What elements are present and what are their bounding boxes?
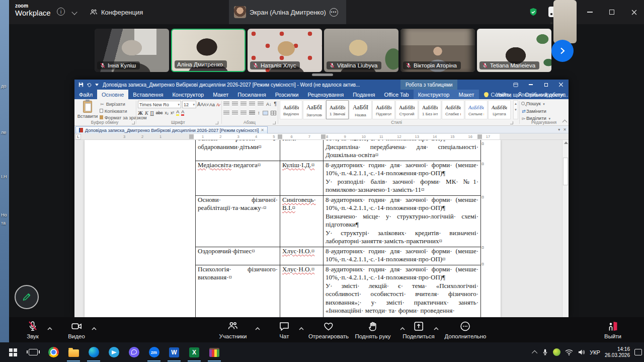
replace-button[interactable]: ⇄Замінити (521, 108, 550, 115)
ribbon-tab-Файл[interactable]: Файл (74, 90, 97, 99)
highlight-color-button[interactable]: А (176, 110, 179, 116)
taskbar-app-telegram[interactable] (106, 345, 122, 359)
ribbon-tab-Макет[interactable]: Макет (208, 90, 233, 99)
tray-expand-icon[interactable] (532, 350, 537, 355)
align-right-icon[interactable] (240, 111, 247, 115)
taskbar-app-winrar[interactable] (206, 345, 222, 359)
tab-conference[interactable]: Конференция (85, 0, 148, 24)
tab-more-icon[interactable]: ••• (330, 8, 338, 17)
borders-icon[interactable] (271, 111, 276, 115)
qat-dropdown-icon[interactable] (95, 84, 99, 86)
doc-tab-bar-controls[interactable]: ▾✕ (558, 127, 567, 132)
style-chip[interactable]: АаБбВвГ 1 Без інте... (419, 100, 441, 119)
audio-button[interactable]: Звук (24, 320, 42, 340)
video-options-caret[interactable] (88, 324, 100, 333)
annotate-button[interactable] (15, 285, 39, 309)
document-area[interactable]: основи· роботи· з· обдарованими·дітьми¤ … (74, 140, 569, 317)
bold-button[interactable]: Ж (138, 110, 143, 116)
tray-mic-icon[interactable] (542, 348, 548, 356)
style-chip[interactable]: АаБбВвІ Строгий (395, 100, 418, 119)
multilevel-list-icon[interactable] (240, 102, 247, 106)
decrease-indent-icon[interactable] (249, 102, 255, 106)
word-minimize-button[interactable] (523, 80, 538, 90)
change-case-icon[interactable]: Aa (209, 102, 214, 107)
taskbar-app-excel[interactable] (186, 345, 202, 359)
tab-selector[interactable]: L (75, 134, 81, 139)
info-icon[interactable]: i (57, 8, 65, 16)
taskbar-app-word[interactable] (166, 345, 182, 359)
taskbar-app-chrome[interactable] (45, 345, 61, 359)
participant-tile[interactable]: Інна Куліш (95, 29, 169, 72)
leave-button[interactable]: Выйти (601, 320, 624, 340)
wifi-icon[interactable] (565, 349, 573, 355)
word-maximize-button[interactable] (538, 80, 553, 90)
redo-icon[interactable] (87, 82, 92, 87)
taskbar-app-zoomapp[interactable] (146, 345, 162, 359)
taskbar-app-viber[interactable] (126, 345, 142, 359)
taskbar-app-edge[interactable] (86, 345, 102, 359)
ribbon-options-icon[interactable] (508, 80, 523, 90)
chevron-down-icon[interactable] (71, 9, 77, 15)
share-button[interactable]: Спільний доступ (517, 92, 566, 98)
participants-options-caret[interactable] (252, 324, 264, 333)
style-chip[interactable]: АаБбВвГ 1 Звичай... (326, 100, 349, 119)
minimize-button[interactable] (580, 0, 600, 24)
font-size-combo[interactable]: 12▾ (182, 101, 196, 108)
ribbon-tab-Рецензування[interactable]: Рецензування (303, 90, 348, 99)
clock[interactable]: 14:16 26.03.2026 (605, 346, 630, 358)
more-button[interactable]: Дополнительно (442, 320, 490, 340)
participant-tile[interactable]: Tetiana Marieieva (477, 29, 551, 72)
taskbar-app-start[interactable] (5, 345, 21, 359)
style-chip[interactable]: АаБбВ Заголово... (303, 100, 326, 119)
horizontal-ruler[interactable]: L 3211234567891011121314151617 (74, 133, 569, 140)
taskbar-app-explorer[interactable] (65, 345, 82, 359)
contextual-tab-Макет[interactable]: Макет (454, 90, 478, 99)
shrink-font-icon[interactable]: A˅ (203, 102, 208, 107)
style-chip[interactable]: АаБбВ Назва (349, 100, 372, 119)
participants-button[interactable]: Участники (216, 320, 250, 340)
raise-hand-button[interactable]: Поднять руку (352, 320, 393, 340)
style-chip[interactable]: АаБбВеГ Слабке в... (442, 100, 464, 119)
line-spacing-icon[interactable]: ↕ (258, 110, 260, 115)
ribbon-tab-Office Tab[interactable]: Office Tab (380, 90, 414, 99)
find-button[interactable]: Пошук ▾ (521, 100, 550, 108)
grow-font-icon[interactable]: A˄ (197, 102, 202, 107)
clipboard-dialog-launcher[interactable] (132, 121, 135, 124)
paragraph-dialog-launcher[interactable] (273, 121, 276, 124)
align-left-icon[interactable] (223, 111, 229, 115)
strip-drag-handle[interactable] (312, 74, 333, 76)
style-chip[interactable]: АаБбВеГ Цитата (488, 100, 511, 119)
next-participants-button[interactable] (551, 40, 574, 62)
font-color-button[interactable]: А (181, 110, 184, 116)
tab-screen-share[interactable]: Экран (Аліна Дмитренко) ••• (229, 0, 346, 24)
chat-button[interactable]: Чат (275, 320, 293, 340)
speaker-icon[interactable] (578, 349, 585, 355)
video-button[interactable]: Видео (65, 320, 88, 340)
audio-options-caret[interactable] (44, 324, 56, 333)
styles-dialog-launcher[interactable] (510, 121, 513, 124)
participant-tile[interactable]: Аліна Дмитренко (171, 29, 246, 72)
sign-in-button[interactable]: Увійти (496, 92, 512, 98)
document-tab-close-icon[interactable]: ✕ (261, 128, 264, 132)
justify-icon[interactable] (249, 111, 255, 115)
clear-format-icon[interactable]: A̷ (215, 102, 220, 107)
font-name-combo[interactable]: Times New Ro▾ (138, 101, 181, 108)
ribbon-tab-Розсилки[interactable]: Розсилки (271, 90, 303, 99)
ribbon-tab-Вставлення[interactable]: Вставлення (128, 90, 168, 99)
participant-tile[interactable]: Vitalina Liubyva (324, 29, 398, 72)
style-gallery-scroll[interactable]: ▲▼ (513, 100, 518, 119)
scrollbar-thumb[interactable] (563, 158, 568, 185)
document-tab[interactable]: Доповідна записка_Дмитренко Вибіркові ди… (75, 126, 268, 133)
word-close-button[interactable] (553, 80, 569, 90)
shading-icon[interactable] (263, 111, 268, 115)
antivirus-tray-icon[interactable] (553, 348, 560, 356)
react-button[interactable]: Отреагировать (305, 320, 352, 340)
contextual-tab-Конструктор[interactable]: Конструктор (414, 90, 454, 99)
language-indicator[interactable]: УКР (590, 349, 600, 355)
vertical-scrollbar[interactable] (562, 140, 569, 317)
pilcrow-icon[interactable]: ¶ (274, 101, 277, 107)
taskbar-app-taskview[interactable] (25, 345, 41, 359)
maximize-button[interactable] (602, 0, 622, 24)
font-dialog-launcher[interactable] (215, 121, 218, 124)
document-page[interactable]: основи· роботи· з· обдарованими·дітьми¤ … (85, 140, 501, 317)
